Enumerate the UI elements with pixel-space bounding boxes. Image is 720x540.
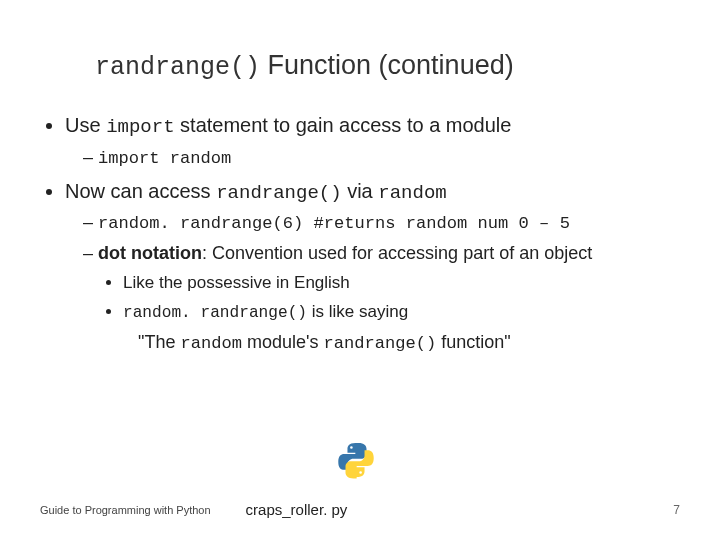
- dot-notation: dot notation: Convention used for access…: [83, 241, 680, 355]
- b2-code1: randrange(): [216, 182, 341, 204]
- b2-sub-code: random. randrange(6): [98, 214, 303, 233]
- b1-pre: Use: [65, 114, 106, 136]
- q-c1: random: [180, 334, 242, 353]
- bullet-list: Use import statement to gain access to a…: [65, 112, 680, 356]
- b2-mid: via: [342, 180, 379, 202]
- b1-post: statement to gain access to a module: [175, 114, 512, 136]
- q-mid: module's: [242, 332, 323, 352]
- b2-sub: random. randrange(6) #returns random num…: [83, 210, 680, 235]
- dot-e1: Like the possessive in English: [123, 272, 680, 295]
- python-logo-icon: [335, 439, 377, 485]
- page-number: 7: [673, 503, 680, 517]
- footer-guide: Guide to Programming with Python: [40, 504, 211, 516]
- q-c2: randrange(): [323, 334, 436, 353]
- title-rest: Function (continued): [260, 50, 514, 80]
- b1-sub-code: import random: [98, 149, 231, 168]
- dot-quote: "The random module's randrange() functio…: [138, 330, 680, 355]
- footer-filename: craps_roller. py: [246, 501, 348, 518]
- b1-sub: import random: [83, 145, 680, 170]
- q-pre: "The: [138, 332, 180, 352]
- dot-e2: random. randrange() is like saying: [123, 301, 680, 325]
- b1-code: import: [106, 116, 174, 138]
- dot-rest: : Convention used for accessing part of …: [202, 243, 592, 263]
- b2-code2: random: [378, 182, 446, 204]
- bullet-1: Use import statement to gain access to a…: [65, 112, 680, 170]
- bullet-2: Now can access randrange() via random ra…: [65, 178, 680, 356]
- q-post: function": [436, 332, 510, 352]
- dot-e2-post: is like saying: [307, 302, 408, 321]
- dot-e2-code: random. randrange(): [123, 304, 307, 322]
- b2-sub-comment: #returns random num 0 – 5: [303, 214, 570, 233]
- title-code: randrange(): [95, 53, 260, 82]
- b2-pre: Now can access: [65, 180, 216, 202]
- footer: Guide to Programming with Python craps_r…: [0, 501, 720, 518]
- dot-bold: dot notation: [98, 243, 202, 263]
- slide-title: randrange() Function (continued): [95, 50, 680, 82]
